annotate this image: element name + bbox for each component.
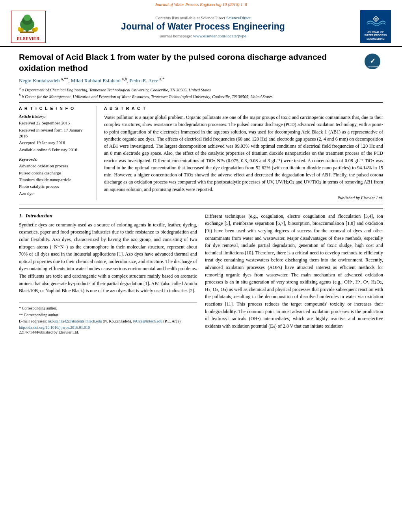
journal-logo-text: JOURNAL OFWATER PROCESSENGINEERING	[363, 31, 389, 41]
svg-rect-15	[378, 19, 379, 20]
svg-rect-14	[373, 19, 374, 20]
abstract-column: A B S T R A C T Water pollution is a maj…	[104, 106, 383, 200]
keyword-1: Advanced oxidation process	[19, 163, 91, 169]
author-koutahzadeh[interactable]: Negin Koutahzadeh	[19, 78, 60, 83]
introduction-heading: 1. Introduction	[19, 213, 197, 219]
elsevier-wordmark: ELSEVIER	[13, 37, 44, 41]
svg-point-11	[375, 18, 377, 20]
elsevier-tree-icon	[13, 13, 41, 34]
available-date: Available online 6 February 2016	[19, 147, 91, 153]
section-divider	[19, 208, 383, 209]
footnote-section: * Corresponding author. ** Corresponding…	[19, 302, 197, 334]
article-history-title: Article history:	[19, 114, 91, 119]
svg-rect-13	[375, 20, 376, 22]
body-left-column: 1. Introduction Synthetic dyes are commo…	[19, 213, 197, 334]
header-center: Contents lists available at ScienceDirec…	[50, 15, 355, 38]
svg-text:CrossMark: CrossMark	[367, 65, 378, 68]
keyword-2: Pulsed corona discharge	[19, 170, 91, 176]
authors-line: Negin Koutahzadeh a,**, Milad Rabbani Es…	[19, 76, 359, 84]
sciencedirect-text: Contents lists available at ScienceDirec…	[50, 15, 355, 20]
affiliation-b: b b Center for the Management, Utilizati…	[19, 93, 359, 99]
elsevier-logo: ELSEVIER	[11, 11, 46, 43]
article-title: Removal of Acid Black 1 from water by th…	[19, 52, 359, 73]
article-info-title: A R T I C L E I N F O	[19, 106, 91, 111]
issn-line: 2214-7144/Published by Elsevier Ltd.	[19, 330, 197, 334]
accepted-date: Accepted 19 January 2016	[19, 140, 91, 146]
svg-point-3	[24, 15, 31, 21]
body-right-column: Different techniques (e.g., coagulation,…	[205, 213, 383, 334]
footnote-corresponding-1: * Corresponding author.	[19, 305, 197, 311]
svg-point-6	[18, 27, 21, 30]
article-title-section: Removal of Acid Black 1 from water by th…	[19, 52, 383, 103]
svg-rect-12	[375, 16, 376, 17]
svg-text:✓: ✓	[370, 57, 376, 65]
journal-homepage: journal homepage: www.elsevier.com/locat…	[50, 33, 355, 38]
article-info-column: A R T I C L E I N F O Article history: R…	[19, 106, 97, 200]
journal-logo-box: JOURNAL OFWATER PROCESSENGINEERING	[360, 10, 391, 43]
email-link-1[interactable]: nkoutahza42@students.tntech.edu	[48, 319, 102, 323]
author-rabbani[interactable]: Milad Rabbani Esfahani	[71, 78, 121, 83]
journal-logo-icon	[365, 13, 387, 28]
keywords-title: Keywords:	[19, 157, 91, 161]
crossmark: ✓ CrossMark	[364, 53, 383, 71]
body-content: 1. Introduction Synthetic dyes are commo…	[19, 213, 383, 334]
revised-date: Received in revised form 17 January 2016	[19, 127, 91, 139]
introduction-left-text: Synthetic dyes are commonly used as a so…	[19, 221, 197, 295]
doi-line: http://dx.doi.org/10.1016/j.jwpe.2016.01…	[19, 325, 197, 330]
footnote-corresponding-2: ** Corresponding author.	[19, 312, 197, 318]
journal-ref-text: Journal of Water Process Engineering 10 …	[155, 2, 247, 7]
keyword-5: Azo dye	[19, 191, 91, 196]
top-bar: Journal of Water Process Engineering 10 …	[0, 0, 402, 8]
email-link-2[interactable]: PArce@tntech.edu	[133, 319, 162, 323]
received-date: Received 22 September 2015	[19, 120, 91, 126]
crossmark-icon: ✓ CrossMark	[364, 53, 381, 70]
abstract-text: Water pollution is a major global proble…	[104, 114, 383, 193]
main-content: Removal of Acid Black 1 from water by th…	[0, 47, 402, 334]
introduction-right-text: Different techniques (e.g., coagulation,…	[205, 213, 383, 330]
article-title-area: Removal of Acid Black 1 from water by th…	[19, 52, 359, 98]
abstract-title: A B S T R A C T	[104, 106, 383, 111]
author-arce[interactable]: Pedro E. Arce	[130, 78, 158, 83]
page-header: ELSEVIER Contents lists available at Sci…	[0, 8, 402, 47]
published-by: Published by Elsevier Ltd.	[104, 195, 383, 200]
svg-rect-4	[20, 32, 34, 33]
journal-title: Journal of Water Process Engineering	[50, 21, 355, 32]
svg-point-8	[35, 27, 38, 30]
affiliation-a: a a Department of Chemical Engineering, …	[19, 86, 359, 92]
article-info-abstract: A R T I C L E I N F O Article history: R…	[19, 106, 383, 204]
keyword-4: Photo catalytic process	[19, 184, 91, 189]
footnote-email: E-mail addresses: nkoutahza42@students.t…	[19, 319, 197, 324]
keyword-3: Titanium dioxide nanoparticle	[19, 177, 91, 183]
